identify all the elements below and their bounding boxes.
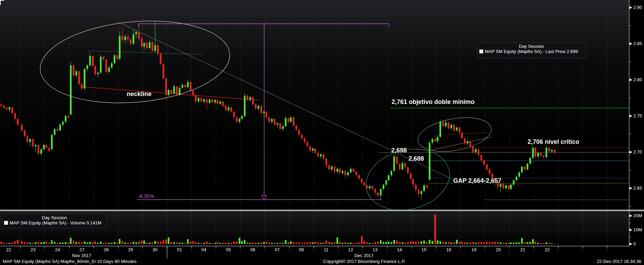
volume-tick-label: 20M (633, 213, 642, 218)
volume-bar (353, 243, 354, 244)
volume-bar (277, 243, 278, 244)
candle (293, 117, 294, 125)
candle (279, 123, 281, 129)
candle (271, 119, 273, 121)
volume-bar (342, 243, 343, 244)
volume-bar (252, 242, 254, 244)
price-legend[interactable]: Day Session MAP SM Equity (Mapfre SA) - … (477, 42, 586, 58)
volume-bar (173, 242, 175, 244)
volume-bar (412, 241, 414, 244)
candle (505, 186, 507, 188)
x-axis-day-label: 22 (545, 247, 550, 252)
candle (388, 175, 389, 180)
volume-bar (181, 243, 183, 244)
volume-bar (288, 242, 289, 244)
volume-bar (67, 242, 69, 244)
volume-bar (75, 242, 77, 244)
volume-bar (551, 243, 553, 244)
candle (38, 145, 39, 153)
annotation-double-bottom-target: 2,761 objetivo doble mínimo (392, 98, 475, 106)
candle (160, 54, 162, 64)
candle (130, 39, 132, 44)
candle (168, 90, 169, 95)
candle (429, 143, 430, 180)
candle (225, 106, 227, 110)
candle (358, 175, 360, 179)
candle (73, 65, 74, 75)
volume-bar (325, 241, 327, 244)
candle (165, 78, 167, 95)
candle (432, 139, 433, 143)
x-axis-day-label: 19 (471, 247, 476, 252)
candle (6, 108, 8, 109)
x-axis-day-label: 11 (324, 247, 329, 252)
legend-session-title: Day Session (479, 44, 583, 49)
candle (247, 96, 248, 100)
x-axis-day-label: 05 (226, 247, 231, 252)
volume-bar (407, 242, 409, 244)
candle (143, 43, 145, 46)
volume-bar (209, 243, 210, 244)
x-axis-day-label: 18 (446, 247, 451, 252)
candle (192, 91, 194, 95)
volume-bar (141, 241, 143, 244)
volume-bar (70, 238, 72, 244)
price-tick-label: 2.75 (633, 113, 642, 118)
candle (100, 57, 102, 73)
candle (363, 182, 365, 185)
volume-legend[interactable]: Day Session MAP SM Equity (Mapfre SA) - … (2, 214, 107, 228)
candle (383, 185, 384, 189)
candle (540, 153, 542, 156)
candle (152, 42, 153, 51)
volume-bar (293, 242, 294, 244)
volume-bar (301, 243, 303, 244)
annotation-critical-level: 2,706 nivel crítico (528, 138, 579, 146)
volume-bar (192, 241, 194, 244)
candle (423, 186, 425, 191)
volume-bar (211, 243, 213, 244)
volume-bar (402, 242, 403, 244)
volume-bar (442, 242, 444, 244)
volume-bar (217, 242, 218, 244)
x-axis-day-label: 06 (250, 247, 255, 252)
candle (320, 154, 322, 156)
volume-bar (369, 243, 371, 244)
candle (377, 193, 379, 195)
volume-bar (38, 242, 39, 244)
volume-bar (423, 241, 425, 244)
candle (209, 99, 210, 103)
candle (236, 117, 238, 122)
candle (347, 172, 349, 175)
volume-bar (480, 242, 482, 244)
volume-bar (255, 243, 257, 244)
volume-bar (521, 238, 523, 244)
volume-bar (527, 242, 528, 244)
candle (508, 186, 510, 189)
volume-bar (51, 240, 53, 244)
legend-session-title: Day Session (4, 215, 105, 220)
candle (274, 119, 276, 125)
volume-bar (505, 243, 507, 244)
volume-bar (124, 242, 126, 244)
candle (391, 171, 392, 176)
candle (263, 112, 265, 113)
volume-bar (163, 240, 164, 244)
volume-bar (467, 243, 468, 244)
x-axis-day-label: 08 (299, 247, 304, 252)
volume-bar (40, 242, 42, 244)
candle (157, 45, 159, 54)
volume-bar (94, 241, 96, 244)
volume-bar (233, 242, 235, 244)
volume-bar (279, 242, 281, 244)
volume-bar (377, 242, 379, 244)
candle (154, 45, 156, 51)
candle (361, 179, 363, 183)
volume-bar (399, 242, 401, 244)
candle (260, 106, 262, 113)
volume-bar (456, 240, 458, 244)
volume-bar (518, 242, 520, 244)
volume-bar (152, 242, 153, 244)
volume-bar (65, 242, 66, 244)
volume-bar (230, 243, 232, 244)
volume-bar (339, 242, 341, 244)
